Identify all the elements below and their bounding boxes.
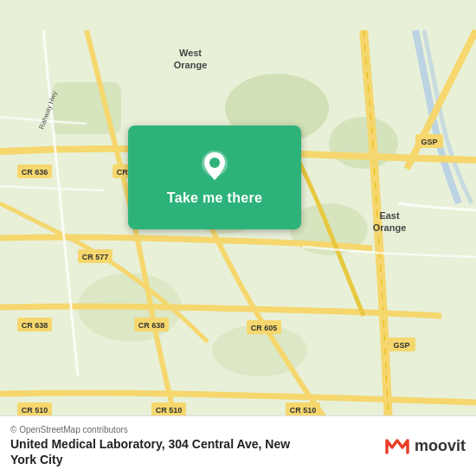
svg-point-2 — [329, 117, 398, 169]
bottom-left-info: © OpenStreetMap contributors United Medi… — [10, 425, 383, 467]
location-pin-icon — [197, 149, 232, 183]
svg-text:CR 638: CR 638 — [138, 321, 165, 330]
svg-text:East: East — [379, 210, 400, 221]
svg-text:West: West — [179, 48, 202, 58]
moovit-logo-icon — [383, 432, 411, 460]
svg-text:Orange: Orange — [373, 222, 407, 233]
svg-text:CR 636: CR 636 — [22, 168, 48, 177]
svg-text:CR 605: CR 605 — [251, 324, 278, 332]
svg-text:CR 577: CR 577 — [82, 253, 109, 261]
svg-point-36 — [209, 158, 220, 168]
svg-text:CR 510: CR 510 — [156, 406, 183, 415]
moovit-logo: moovit — [383, 432, 466, 460]
svg-text:Orange: Orange — [174, 60, 208, 70]
svg-text:CR 638: CR 638 — [22, 321, 48, 330]
svg-text:GSP: GSP — [421, 138, 437, 146]
map-background: West Orange East Orange GSP GSP CR 636 C… — [0, 0, 476, 476]
svg-text:CR 510: CR 510 — [290, 406, 317, 415]
svg-text:CR 510: CR 510 — [22, 406, 48, 415]
take-me-there-button[interactable]: Take me there — [128, 125, 301, 229]
osm-credit: © OpenStreetMap contributors — [10, 425, 383, 434]
moovit-brand-text: moovit — [415, 437, 466, 455]
location-name: United Medical Laboratory, 304 Central A… — [10, 436, 383, 467]
take-me-there-label: Take me there — [167, 190, 262, 206]
map-container: West Orange East Orange GSP GSP CR 636 C… — [0, 0, 476, 476]
bottom-bar: © OpenStreetMap contributors United Medi… — [0, 415, 476, 476]
svg-text:GSP: GSP — [393, 341, 409, 350]
